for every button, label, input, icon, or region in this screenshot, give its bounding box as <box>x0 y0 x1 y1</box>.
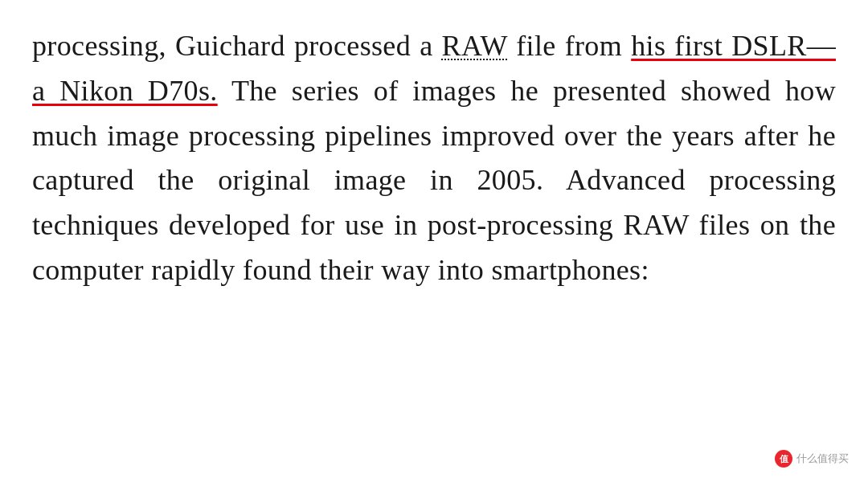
raw-word-highlighted: RAW <box>442 30 508 62</box>
page-container: processing, Guichard processed a RAW fil… <box>0 0 868 482</box>
main-text-block: processing, Guichard processed a RAW fil… <box>32 24 836 293</box>
raw-word-2: RAW <box>624 209 690 241</box>
watermark: 值 什么值得买 <box>775 450 849 468</box>
watermark-inner: 值 什么值得买 <box>775 450 849 468</box>
watermark-text: 什么值得买 <box>796 451 849 466</box>
text-after-raw: file from <box>507 30 631 62</box>
watermark-icon: 值 <box>775 450 792 468</box>
text-start: processing, Guichard processed a <box>32 30 442 62</box>
